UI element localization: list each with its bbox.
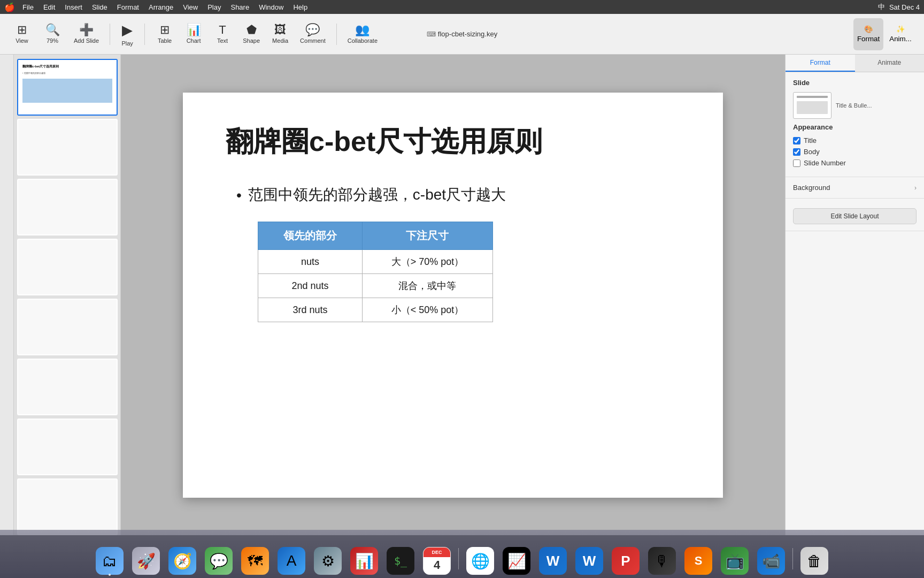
view-icon: ⊞ bbox=[17, 24, 27, 36]
slide-panel-handle bbox=[0, 55, 14, 535]
maps-icon: 🗺 bbox=[241, 547, 269, 575]
input-method-icon: 中 bbox=[878, 2, 885, 12]
text-button[interactable]: T Text bbox=[209, 18, 236, 50]
slide-thumb-6[interactable]: 6 bbox=[17, 359, 118, 415]
safari-icon: 🧭 bbox=[168, 547, 196, 575]
slide-thumb-7[interactable]: 7 bbox=[17, 419, 118, 475]
menu-insert[interactable]: Insert bbox=[60, 2, 87, 12]
dock-keynote-remote[interactable]: 📺 bbox=[718, 541, 752, 575]
table-cell-2-2: 混合，或中等 bbox=[362, 274, 492, 298]
comment-button[interactable]: 💬 Comment bbox=[296, 18, 330, 50]
dock-maps[interactable]: 🗺 bbox=[238, 541, 272, 575]
layout-thumbnail bbox=[793, 92, 831, 119]
dock-terminal[interactable]: $_ bbox=[383, 541, 418, 575]
slide-thumb-3[interactable]: 3 bbox=[17, 179, 118, 235]
menu-slide[interactable]: Slide bbox=[88, 2, 112, 12]
checkbox-slide-number-row: Slide Number bbox=[793, 159, 917, 167]
format-label: Format bbox=[857, 35, 880, 43]
table-cell-3-2: 小（< 50% pot） bbox=[362, 298, 492, 322]
menu-file[interactable]: File bbox=[18, 2, 38, 12]
checkbox-slide-number[interactable] bbox=[793, 159, 800, 167]
checkbox-body-label: Body bbox=[804, 148, 820, 156]
document-title: ⌨ flop-cbet-sizing.key bbox=[427, 30, 497, 38]
slide-thumb-2[interactable]: 2 bbox=[17, 119, 118, 176]
menu-play[interactable]: Play bbox=[203, 2, 225, 12]
table-cell-2-1: 2nd nuts bbox=[258, 274, 363, 298]
zoom-label: 79% bbox=[47, 37, 58, 44]
menu-window[interactable]: Window bbox=[255, 2, 288, 12]
chart-button[interactable]: 📊 Chart bbox=[180, 18, 207, 50]
panel-background-section[interactable]: Background › bbox=[786, 177, 924, 199]
tab-animate[interactable]: Animate bbox=[855, 55, 925, 72]
slide-title[interactable]: 翻牌圈c-bet尺寸选用原则 bbox=[226, 125, 686, 158]
media-button[interactable]: 🖼 Media bbox=[267, 18, 294, 50]
doc-icon: ⌨ bbox=[427, 31, 436, 38]
background-label: Background bbox=[793, 184, 830, 192]
panel-tabs: Format Animate bbox=[786, 55, 924, 72]
collaborate-label: Collaborate bbox=[348, 37, 378, 44]
dock-activity-monitor[interactable]: 📊 bbox=[347, 541, 381, 575]
toolbar-right-buttons: 🎨 Format ✨ Anim... bbox=[853, 18, 915, 50]
apple-menu[interactable]: 🍎 bbox=[4, 2, 15, 12]
checkbox-body[interactable] bbox=[793, 148, 800, 156]
slide-body: • 范围中领先的部分越强，c-bet尺寸越大 领先的部分 下注尺寸 nuts bbox=[226, 185, 686, 322]
slide-thumb-1[interactable]: 1 翻牌圈c-bet尺寸选用原则 • 范围中领先的部分越强 bbox=[17, 59, 118, 116]
shape-button[interactable]: ⬟ Shape bbox=[238, 18, 265, 50]
powerpoint-icon: P bbox=[612, 547, 640, 575]
dock-calendar[interactable]: DEC 4 bbox=[420, 541, 454, 575]
panel-slide-title: Slide bbox=[793, 79, 917, 87]
dock-chrome[interactable]: 🌐 bbox=[463, 541, 497, 575]
shape-label: Shape bbox=[243, 37, 260, 44]
dock-app-store[interactable]: A bbox=[274, 541, 309, 575]
collaborate-button[interactable]: 👥 Collaborate bbox=[343, 18, 382, 50]
checkbox-title-label: Title bbox=[804, 136, 817, 144]
slide-thumb-5[interactable]: 5 bbox=[17, 299, 118, 355]
slide-canvas[interactable]: 翻牌圈c-bet尺寸选用原则 • 范围中领先的部分越强，c-bet尺寸越大 领先… bbox=[183, 93, 723, 498]
table-button[interactable]: ⊞ Table bbox=[151, 18, 178, 50]
zoom-button[interactable]: 🔍 79% bbox=[36, 18, 68, 50]
dock-stocks[interactable]: 📈 bbox=[499, 541, 534, 575]
menu-share[interactable]: Share bbox=[226, 2, 253, 12]
menu-arrange[interactable]: Arrange bbox=[144, 2, 178, 12]
menu-edit[interactable]: Edit bbox=[39, 2, 59, 12]
checkbox-body-row: Body bbox=[793, 148, 917, 156]
dock-zoom[interactable]: 📹 bbox=[754, 541, 788, 575]
dock-obs[interactable]: 🎙 bbox=[645, 541, 679, 575]
menu-view[interactable]: View bbox=[179, 2, 202, 12]
word2-icon: W bbox=[575, 547, 603, 575]
slide-thumb-4[interactable]: 4 bbox=[17, 239, 118, 295]
dock-trash[interactable]: 🗑 bbox=[797, 541, 831, 575]
format-button[interactable]: 🎨 Format bbox=[853, 18, 883, 50]
dock-launchpad[interactable]: 🚀 bbox=[129, 541, 163, 575]
slide-thumb-8[interactable]: 8 bbox=[17, 478, 118, 535]
toolbar-sep-1 bbox=[110, 24, 110, 45]
media-label: Media bbox=[272, 37, 288, 44]
text-label: Text bbox=[217, 37, 228, 44]
tab-format[interactable]: Format bbox=[786, 55, 855, 72]
activity-monitor-icon: 📊 bbox=[350, 547, 378, 575]
play-button[interactable]: ▶ Play bbox=[117, 18, 138, 50]
play-icon: ▶ bbox=[122, 22, 133, 39]
layout-label: Title & Bulle... bbox=[836, 102, 872, 109]
dock-system-prefs[interactable]: ⚙ bbox=[311, 541, 345, 575]
zoom-icon: 🔍 bbox=[45, 24, 60, 36]
add-slide-button[interactable]: ➕ Add Slide bbox=[70, 18, 103, 50]
edit-slide-layout-button[interactable]: Edit Slide Layout bbox=[793, 208, 917, 224]
checkbox-title[interactable] bbox=[793, 137, 800, 144]
menu-format[interactable]: Format bbox=[113, 2, 143, 12]
dock-messages[interactable]: 💬 bbox=[202, 541, 236, 575]
animate-button[interactable]: ✨ Anim... bbox=[886, 18, 915, 50]
dock-word2[interactable]: W bbox=[572, 541, 606, 575]
dock-powerpoint[interactable]: P bbox=[609, 541, 643, 575]
dock-sublime[interactable]: S bbox=[681, 541, 715, 575]
dock-word-doc[interactable]: W bbox=[536, 541, 570, 575]
menu-help[interactable]: Help bbox=[289, 2, 312, 12]
collaborate-icon: 👥 bbox=[355, 24, 369, 36]
view-button[interactable]: ⊞ View bbox=[9, 18, 35, 50]
table-header-2: 下注尺寸 bbox=[362, 222, 492, 250]
thumb-1-title: 翻牌圈c-bet尺寸选用原则 bbox=[22, 64, 112, 69]
table-row-3: 3rd nuts 小（< 50% pot） bbox=[258, 298, 493, 322]
dock-finder[interactable]: 🗂 bbox=[93, 541, 127, 575]
dock-safari[interactable]: 🧭 bbox=[165, 541, 199, 575]
background-row[interactable]: Background › bbox=[793, 184, 917, 192]
